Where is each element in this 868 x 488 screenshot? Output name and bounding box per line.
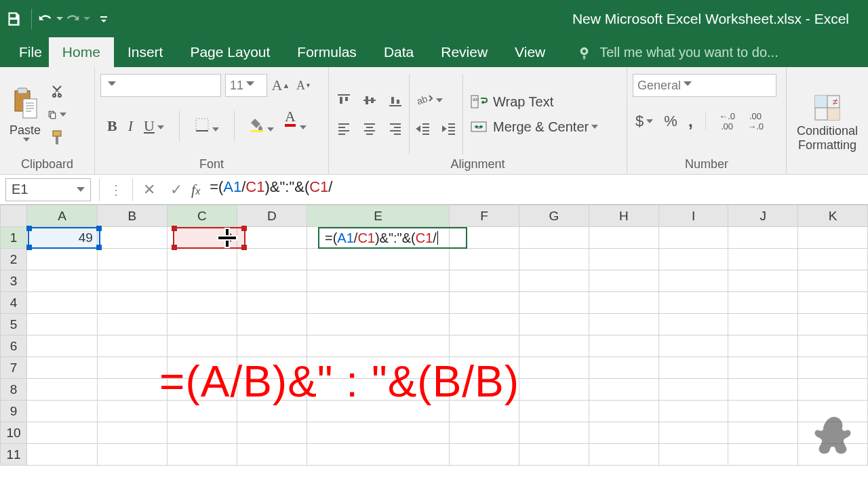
tab-data[interactable]: Data [370, 37, 427, 67]
fx-icon[interactable]: fx [190, 181, 204, 199]
align-center-button[interactable] [360, 120, 379, 138]
cell-H7[interactable] [589, 357, 658, 379]
wrap-text-button[interactable]: abWrap Text [467, 93, 601, 111]
comma-button[interactable]: , [686, 109, 696, 133]
row-header-3[interactable]: 3 [1, 270, 27, 292]
cell-J11[interactable] [728, 444, 798, 466]
cell-D3[interactable] [237, 270, 307, 292]
col-header-H[interactable]: H [589, 205, 658, 227]
cell-J4[interactable] [728, 292, 798, 314]
cell-E10[interactable] [307, 422, 450, 444]
cell-B8[interactable] [97, 379, 167, 401]
cell-I5[interactable] [658, 314, 728, 336]
cell-K3[interactable] [798, 270, 868, 292]
cell-C4[interactable] [167, 292, 237, 314]
cell-A4[interactable] [27, 292, 98, 314]
cell-A9[interactable] [27, 401, 98, 422]
borders-button[interactable] [195, 117, 219, 135]
cell-H9[interactable] [589, 401, 658, 422]
tab-page-layout[interactable]: Page Layout [176, 37, 283, 67]
cancel-formula-button[interactable]: ✕ [136, 178, 163, 201]
cell-F6[interactable] [450, 336, 519, 357]
row-header-10[interactable]: 10 [1, 422, 27, 444]
cell-H6[interactable] [589, 336, 658, 357]
cell-I4[interactable] [658, 292, 728, 314]
cell-G4[interactable] [519, 292, 589, 314]
tab-review[interactable]: Review [427, 37, 501, 67]
cell-H8[interactable] [589, 379, 658, 401]
decrease-decimal-button[interactable]: .00→.0 [744, 113, 767, 130]
cell-J6[interactable] [728, 336, 798, 357]
cell-J5[interactable] [728, 314, 798, 336]
cell-I8[interactable] [658, 379, 728, 401]
spreadsheet-grid[interactable]: ABCDEFGHIJK1493234567891011 =(A1/C1)&":"… [0, 205, 868, 466]
cell-C10[interactable] [167, 422, 237, 444]
insert-function-expand[interactable]: ⋮ [102, 182, 130, 198]
cell-J1[interactable] [728, 227, 798, 249]
paste-button[interactable]: Paste [5, 87, 45, 142]
align-middle-button[interactable] [360, 92, 379, 109]
formula-input[interactable]: =(A1/C1)&":"&(C1/ [204, 178, 868, 201]
cell-H3[interactable] [589, 270, 658, 292]
cell-I7[interactable] [658, 357, 728, 379]
col-header-K[interactable]: K [798, 205, 868, 227]
increase-indent-button[interactable] [439, 120, 458, 138]
bold-button[interactable]: B [107, 117, 117, 135]
row-header-4[interactable]: 4 [1, 292, 27, 314]
cell-B10[interactable] [97, 422, 167, 444]
shrink-font-button[interactable]: A▼ [294, 77, 313, 94]
cell-F2[interactable] [450, 249, 519, 270]
cell-C6[interactable] [167, 336, 237, 357]
cell-F3[interactable] [450, 270, 519, 292]
cell-D6[interactable] [237, 336, 307, 357]
cell-C2[interactable] [167, 249, 237, 270]
accounting-format-button[interactable]: $ [633, 111, 656, 131]
cell-I9[interactable] [658, 401, 728, 422]
col-header-C[interactable]: C [167, 205, 237, 227]
cell-A3[interactable] [27, 270, 98, 292]
cell-K8[interactable] [798, 379, 868, 401]
redo-button[interactable] [63, 0, 90, 37]
conditional-formatting-button[interactable]: ≠ Conditional Formatting [793, 93, 862, 152]
cell-B2[interactable] [97, 249, 167, 270]
percent-button[interactable]: % [661, 111, 680, 131]
tab-home[interactable]: Home [49, 37, 114, 67]
grow-font-button[interactable]: A▲ [271, 77, 290, 94]
select-all-corner[interactable] [1, 205, 27, 227]
cell-A8[interactable] [27, 379, 98, 401]
cell-A10[interactable] [27, 422, 98, 444]
qat-customize-button[interactable] [90, 0, 117, 37]
cell-A7[interactable] [27, 357, 98, 379]
copy-button[interactable] [47, 106, 66, 123]
font-name-combo[interactable] [100, 74, 221, 97]
cell-E4[interactable] [307, 292, 450, 314]
cell-G10[interactable] [519, 422, 589, 444]
cell-G9[interactable] [519, 401, 589, 422]
cell-D11[interactable] [237, 444, 307, 466]
cell-G7[interactable] [519, 357, 589, 379]
cell-B11[interactable] [97, 444, 167, 466]
col-header-F[interactable]: F [450, 205, 519, 227]
increase-decimal-button[interactable]: ←.0.00 [715, 113, 738, 130]
row-header-8[interactable]: 8 [1, 379, 27, 401]
row-header-11[interactable]: 11 [1, 444, 27, 466]
row-header-5[interactable]: 5 [1, 314, 27, 336]
align-left-button[interactable] [334, 120, 353, 138]
save-button[interactable] [0, 0, 27, 37]
cell-F11[interactable] [450, 444, 519, 466]
align-right-button[interactable] [386, 120, 405, 138]
cell-E6[interactable] [307, 336, 450, 357]
tab-view[interactable]: View [501, 37, 559, 67]
font-size-combo[interactable]: 11 [225, 74, 267, 97]
orientation-button[interactable]: ab [414, 92, 445, 109]
cell-B5[interactable] [97, 314, 167, 336]
cell-A11[interactable] [27, 444, 98, 466]
cell-B3[interactable] [97, 270, 167, 292]
cell-J8[interactable] [728, 379, 798, 401]
row-header-7[interactable]: 7 [1, 357, 27, 379]
name-box[interactable]: E1 [5, 178, 91, 201]
cell-I1[interactable] [658, 227, 728, 249]
cell-H10[interactable] [589, 422, 658, 444]
cell-A2[interactable] [27, 249, 98, 270]
cell-H2[interactable] [589, 249, 658, 270]
